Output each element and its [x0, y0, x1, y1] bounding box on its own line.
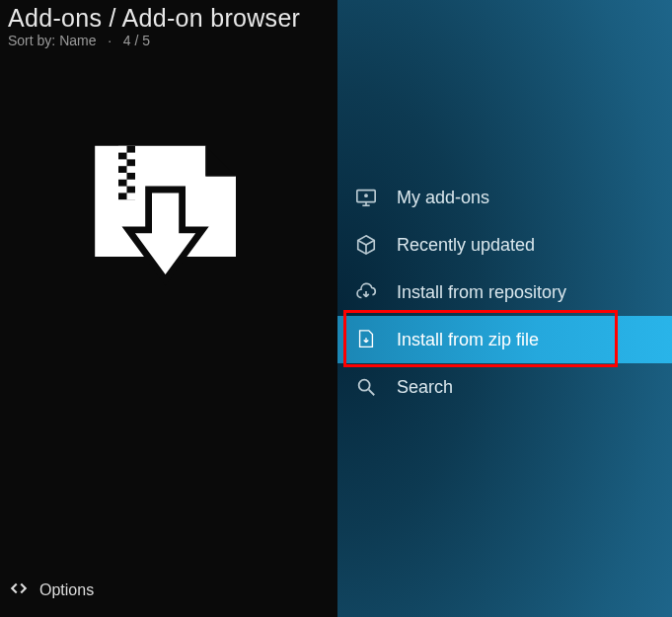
menu-item-install-zip[interactable]: Install from zip file: [337, 316, 672, 363]
svg-rect-2: [127, 153, 136, 160]
options-icon: [10, 579, 28, 601]
cloud-download-icon: [355, 281, 377, 303]
options-button[interactable]: Options: [10, 579, 94, 601]
menu-label: Install from repository: [397, 282, 566, 303]
header: Add-ons / Add-on browser: [0, 0, 337, 33]
item-counter: 4 / 5: [123, 33, 150, 48]
menu-label: Recently updated: [397, 235, 535, 256]
breadcrumb: Add-ons / Add-on browser: [8, 4, 330, 33]
menu-item-install-repository[interactable]: Install from repository: [337, 269, 672, 316]
menu-item-search[interactable]: Search: [337, 363, 672, 411]
options-label: Options: [39, 581, 94, 599]
zip-file-icon: [355, 329, 377, 350]
menu-label: My add-ons: [397, 188, 489, 208]
svg-line-15: [369, 390, 375, 396]
separator: [100, 33, 108, 48]
svg-point-12: [365, 194, 367, 196]
left-panel: Add-ons / Add-on browser Sort by: Name ·…: [0, 0, 337, 617]
menu-panel: My add-ons Recently updated Install from…: [337, 0, 672, 617]
menu-label: Search: [397, 377, 453, 398]
monitor-icon: [355, 187, 377, 208]
box-icon: [355, 234, 377, 256]
svg-rect-4: [127, 166, 136, 173]
svg-rect-1: [118, 146, 127, 153]
menu-label: Install from zip file: [397, 330, 539, 350]
sub-header: Sort by: Name · 4 / 5: [0, 33, 337, 48]
menu-item-recently-updated[interactable]: Recently updated: [337, 221, 672, 269]
svg-rect-6: [127, 180, 136, 187]
section-icon-zone: [0, 48, 337, 617]
svg-rect-8: [127, 193, 136, 199]
sort-label: Sort by: Name: [8, 33, 96, 48]
search-icon: [355, 376, 377, 398]
zip-download-icon: [85, 139, 253, 294]
svg-rect-7: [118, 187, 127, 193]
svg-rect-5: [118, 173, 127, 180]
svg-rect-3: [118, 159, 127, 166]
menu-item-my-addons[interactable]: My add-ons: [337, 174, 672, 221]
svg-point-14: [359, 380, 370, 391]
